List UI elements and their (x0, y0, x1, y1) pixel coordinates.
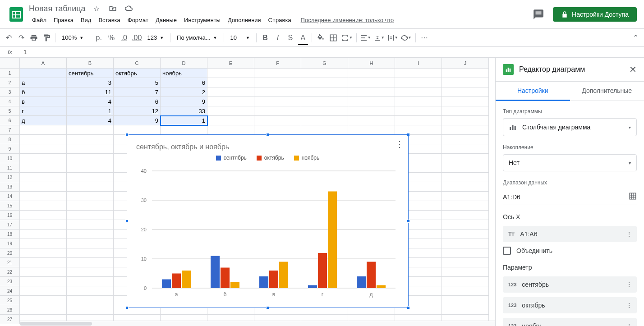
cell[interactable] (20, 305, 67, 315)
col-head[interactable]: C (114, 58, 161, 69)
cell[interactable] (67, 173, 114, 182)
chip-more-icon[interactable]: ⋮ (626, 281, 632, 288)
cell[interactable] (67, 211, 114, 220)
row-head[interactable]: 18 (0, 230, 20, 239)
cell[interactable]: 7 (114, 87, 161, 97)
cell[interactable] (67, 286, 114, 296)
row-head[interactable]: 5 (0, 106, 20, 116)
cell[interactable] (67, 267, 114, 277)
cell[interactable] (254, 78, 301, 87)
cell[interactable] (348, 87, 395, 97)
row-head[interactable]: 15 (0, 201, 20, 211)
cell[interactable]: 1 (161, 116, 207, 125)
cell[interactable] (20, 277, 67, 286)
row-head[interactable]: 11 (0, 163, 20, 173)
cell[interactable] (395, 125, 442, 135)
percent-btn[interactable]: % (106, 32, 117, 44)
doc-title[interactable]: Новая таблица (29, 4, 86, 14)
col-head[interactable]: H (348, 58, 395, 69)
cell[interactable]: 11 (67, 87, 114, 97)
cell[interactable]: 6 (114, 97, 161, 106)
cell[interactable] (395, 106, 442, 116)
cell[interactable] (395, 78, 442, 87)
cell[interactable] (254, 97, 301, 106)
menu-view[interactable]: Вид (78, 15, 95, 25)
cell[interactable] (207, 106, 254, 116)
cell[interactable]: 4 (67, 116, 114, 125)
fx-input[interactable]: 1 (20, 49, 644, 55)
cell[interactable] (301, 125, 348, 135)
tab-setup[interactable]: Настройки (496, 82, 570, 101)
cell[interactable]: д (20, 116, 67, 125)
cell[interactable] (442, 87, 489, 97)
cell[interactable] (395, 97, 442, 106)
row-head[interactable]: 23 (0, 277, 20, 286)
cell[interactable] (67, 192, 114, 201)
chart-type-select[interactable]: Столбчатая диаграмма (503, 118, 637, 136)
cell[interactable] (67, 277, 114, 286)
cell[interactable] (442, 286, 489, 296)
cell[interactable] (20, 296, 67, 305)
comments-icon[interactable] (529, 5, 547, 23)
menu-data[interactable]: Данные (152, 15, 180, 25)
cell[interactable] (442, 201, 489, 211)
cell[interactable] (20, 69, 67, 78)
cell[interactable] (20, 248, 67, 258)
cell[interactable] (207, 87, 254, 97)
wrap-icon[interactable]: ▼ (386, 32, 399, 44)
menu-tools[interactable]: Инструменты (181, 15, 224, 25)
dec-dec-btn[interactable]: .0 (118, 32, 130, 44)
row-head[interactable]: 1 (0, 69, 20, 78)
cell[interactable] (20, 239, 67, 248)
halign-icon[interactable]: ▼ (359, 32, 372, 44)
series-chip[interactable]: 123сентябрь⋮ (503, 276, 637, 293)
cell[interactable]: 9 (114, 116, 161, 125)
paint-format-icon[interactable] (41, 32, 52, 44)
cell[interactable] (442, 106, 489, 116)
row-head[interactable]: 24 (0, 286, 20, 296)
cell[interactable] (442, 163, 489, 173)
row-head[interactable]: 21 (0, 258, 20, 267)
star-icon[interactable]: ☆ (91, 3, 102, 14)
row-head[interactable]: 2 (0, 78, 20, 87)
chip-more-icon[interactable]: ⋮ (626, 322, 632, 326)
rotate-icon[interactable]: ▼ (400, 32, 413, 44)
chip-more-icon[interactable]: ⋮ (626, 230, 632, 238)
row-head[interactable]: 3 (0, 87, 20, 97)
row-head[interactable]: 4 (0, 97, 20, 106)
cell[interactable] (20, 220, 67, 230)
cell[interactable]: октябрь (114, 69, 161, 78)
row-head[interactable]: 10 (0, 154, 20, 163)
row-head[interactable]: 9 (0, 144, 20, 154)
cell[interactable]: б (20, 87, 67, 97)
text-color-icon[interactable]: A (297, 32, 309, 44)
cell[interactable]: 12 (114, 106, 161, 116)
col-head[interactable]: J (442, 58, 489, 69)
cell[interactable] (301, 97, 348, 106)
col-head[interactable]: D (161, 58, 207, 69)
share-button[interactable]: Настройки Доступа (553, 7, 637, 22)
cell[interactable] (20, 163, 67, 173)
cell[interactable] (20, 267, 67, 277)
menu-help[interactable]: Справка (265, 15, 294, 25)
col-head[interactable]: I (395, 58, 442, 69)
cell[interactable]: 1 (67, 106, 114, 116)
undo-icon[interactable]: ↶ (3, 32, 14, 44)
row-head[interactable]: 14 (0, 192, 20, 201)
cell[interactable] (442, 267, 489, 277)
row-head[interactable]: 8 (0, 135, 20, 144)
cell[interactable]: 9 (161, 97, 207, 106)
col-head[interactable]: B (67, 58, 114, 69)
zoom-select[interactable]: 100% ▼ (58, 32, 87, 44)
redo-icon[interactable]: ↷ (15, 32, 27, 44)
cell[interactable] (442, 173, 489, 182)
chart-more-icon[interactable]: ⋮ (396, 139, 404, 149)
cell[interactable] (442, 116, 489, 125)
cell[interactable] (395, 87, 442, 97)
cell[interactable] (442, 296, 489, 305)
cell[interactable]: г (20, 106, 67, 116)
cell[interactable] (20, 125, 67, 135)
cell[interactable] (442, 78, 489, 87)
cell[interactable] (395, 69, 442, 78)
cell[interactable] (20, 182, 67, 192)
